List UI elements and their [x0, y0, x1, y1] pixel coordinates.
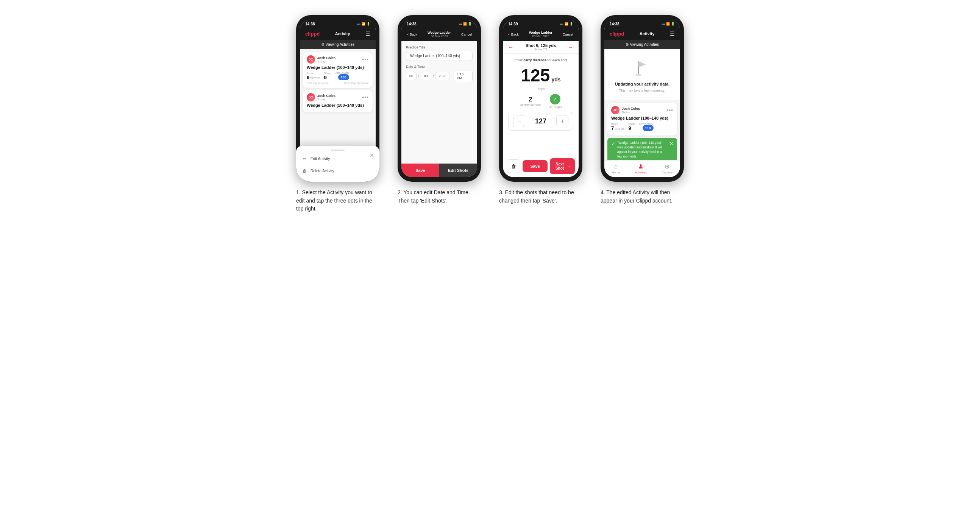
nav-activities-4[interactable]: ♟ Activities — [635, 163, 647, 174]
avatar-4: JC — [611, 106, 619, 114]
next-shot-btn-3[interactable]: Next Shot → — [550, 158, 575, 174]
battery-icon-3: 🔋 — [570, 22, 573, 26]
shots-group-4: Shots 9 — [628, 123, 635, 131]
practice-title-input[interactable]: Wedge Ladder (100–140 yds) — [406, 51, 473, 61]
datetime-row: 06 / 03 / 2023 1:13 PM — [406, 70, 473, 82]
hit-target-icon-3: ✓ — [550, 94, 560, 105]
save-btn-3[interactable]: Save — [523, 160, 547, 172]
nav-home-4[interactable]: ⌂ Home — [612, 163, 620, 174]
phone-column-1: 14:38 ▪▪▪ 📶 🔋 clippd Activity ☰ ⚙ Viewin… — [292, 15, 383, 213]
prev-arrow-3[interactable]: ← — [508, 44, 514, 50]
shot-content-3: Enter carry distance for each shot 125 y… — [503, 54, 579, 155]
quality-group-1: Shot Quality 130 — [334, 71, 349, 80]
bottom-sheet-1: ✕ ✏ Edit Activity 🗑 Delete Activity — [300, 146, 375, 177]
time-4: 14:38 — [610, 22, 619, 26]
phone-notch-2 — [426, 20, 452, 28]
practice-title-label: Practice Title — [406, 45, 473, 49]
trash-btn-3[interactable]: 🗑 — [507, 159, 520, 173]
toast-close-4[interactable]: ✕ — [670, 141, 673, 146]
score-label-3: Score 7/9 — [526, 48, 556, 51]
capture-icon-4: ⊕ — [665, 163, 670, 170]
username-2: Josh Coles — [317, 94, 336, 98]
save-btn-2[interactable]: Save — [401, 163, 439, 177]
time-3: 14:39 — [508, 22, 518, 26]
card-dots-4[interactable]: ••• — [667, 108, 673, 113]
card-date-1: Today — [317, 60, 336, 63]
edit-shots-btn-2[interactable]: Edit Shots — [439, 163, 477, 177]
phone-1: 14:38 ▪▪▪ 📶 🔋 clippd Activity ☰ ⚙ Viewin… — [296, 15, 379, 182]
wifi-icon-3: 📶 — [565, 22, 568, 26]
battery-icon-1: 🔋 — [367, 22, 370, 26]
phone-notch-4 — [629, 20, 655, 28]
card-dots-1[interactable]: ••• — [362, 57, 369, 62]
status-icons-4: ▪▪▪ 📶 🔋 — [662, 22, 675, 26]
counter-row-3: − 127 + — [508, 112, 573, 131]
app-header-1: clippd Activity ☰ — [300, 28, 375, 40]
phone-notch-1 — [325, 20, 351, 28]
phone-column-3: 14:39 ▪▪▪ 📶 🔋 < Back Wedge Ladder 06 Mar… — [495, 15, 586, 205]
header-title-3: Wedge Ladder — [529, 31, 552, 35]
next-arrow-3[interactable]: → — [568, 44, 573, 50]
app-title-1: Activity — [335, 32, 350, 36]
back-btn-2[interactable]: < Back — [407, 33, 417, 37]
avatar-2: JC — [307, 93, 315, 102]
home-icon-4: ⌂ — [614, 163, 618, 170]
phone-notch-3 — [528, 20, 554, 28]
svg-marker-1 — [638, 61, 646, 67]
shot-header-3: < Back Wedge Ladder 06 Mar 2023 Cancel — [503, 28, 579, 41]
carry-instruction-3: Enter carry distance for each shot — [514, 58, 567, 62]
avatar-1: JC — [307, 55, 315, 63]
score-group-4: Score 7 OUT OF — [611, 123, 625, 131]
cancel-btn-3[interactable]: Cancel — [563, 33, 573, 37]
nav-capture-4[interactable]: ⊕ Capture — [662, 163, 673, 174]
card-title-2: Wedge Ladder (100–140 yds) — [307, 103, 369, 108]
pencil-icon-1: ✏ — [301, 156, 307, 161]
phone-3: 14:39 ▪▪▪ 📶 🔋 < Back Wedge Ladder 06 Mar… — [499, 15, 582, 182]
app-header-4: clippd Activity ☰ — [605, 28, 680, 40]
activity-card-2: JC Josh Coles Today ••• Wedge Ladder (10… — [303, 90, 372, 113]
card-user-4: JC Josh Coles Today — [611, 106, 640, 114]
decrement-btn-3[interactable]: − — [513, 115, 525, 127]
card-title-1: Wedge Ladder (100–140 yds) — [307, 65, 369, 70]
score-group-1: Score 9 OUT OF — [307, 72, 320, 80]
sheet-delete-1[interactable]: 🗑 Delete Activity — [301, 166, 374, 176]
year-input[interactable]: 2023 — [436, 72, 450, 80]
edit-footer-2: Save Edit Shots — [401, 163, 477, 177]
caption-1: 1. Select the Activity you want to edit … — [296, 189, 379, 213]
caption-2: 2. You can edit Date and Time. Then tap … — [398, 189, 481, 205]
golf-flag-icon — [631, 57, 654, 79]
logo-4: clippd — [610, 31, 624, 37]
card-user-1: JC Josh Coles Today — [307, 55, 336, 63]
card-dots-2[interactable]: ••• — [362, 95, 369, 100]
sheet-handle-1 — [331, 149, 345, 151]
trash-icon-1: 🗑 — [301, 168, 307, 173]
card-date-4: Today — [622, 111, 640, 114]
cancel-btn-2[interactable]: Cancel — [461, 33, 472, 37]
datetime-label: Date & Time — [406, 65, 473, 68]
logo-1: clippd — [305, 31, 320, 37]
day-input[interactable]: 06 — [406, 72, 417, 80]
yardage-display-3: 125 yds — [521, 67, 560, 84]
username-1: Josh Coles — [317, 56, 336, 60]
quality-group-4: Shot Quality 118 — [639, 122, 653, 131]
caption-3: 3. Edit the shots that need to be change… — [499, 189, 582, 205]
sheet-edit-1[interactable]: ✏ Edit Activity — [301, 154, 374, 164]
menu-icon-4[interactable]: ☰ — [670, 31, 675, 37]
increment-btn-3[interactable]: + — [556, 115, 568, 127]
sheet-close-1[interactable]: ✕ — [369, 152, 374, 158]
counter-value-3: 127 — [528, 117, 553, 125]
app-title-4: Activity — [640, 32, 655, 36]
time-1: 14:38 — [305, 22, 315, 26]
menu-icon-1[interactable]: ☰ — [366, 31, 370, 37]
wifi-icon-4: 📶 — [666, 22, 670, 26]
shot-footer-3: 🗑 Save Next Shot → — [503, 155, 579, 177]
phone-4: 14:38 ▪▪▪ 📶 🔋 clippd Activity ☰ ⚙ Viewin… — [601, 15, 684, 182]
phone-column-4: 14:38 ▪▪▪ 📶 🔋 clippd Activity ☰ ⚙ Viewin… — [597, 15, 688, 205]
yardage-target-3: Target — [536, 87, 545, 91]
time-input[interactable]: 1:13 PM — [453, 70, 473, 82]
status-icons-1: ▪▪▪ 📶 🔋 — [357, 22, 370, 26]
phone-2: 14:38 ▪▪▪ 📶 🔋 < Back Wedge Ladder 06 Mar… — [398, 15, 481, 182]
back-btn-3[interactable]: < Back — [508, 33, 519, 37]
shots-group-1: Shots 9 — [324, 72, 331, 80]
month-input[interactable]: 03 — [421, 72, 431, 80]
